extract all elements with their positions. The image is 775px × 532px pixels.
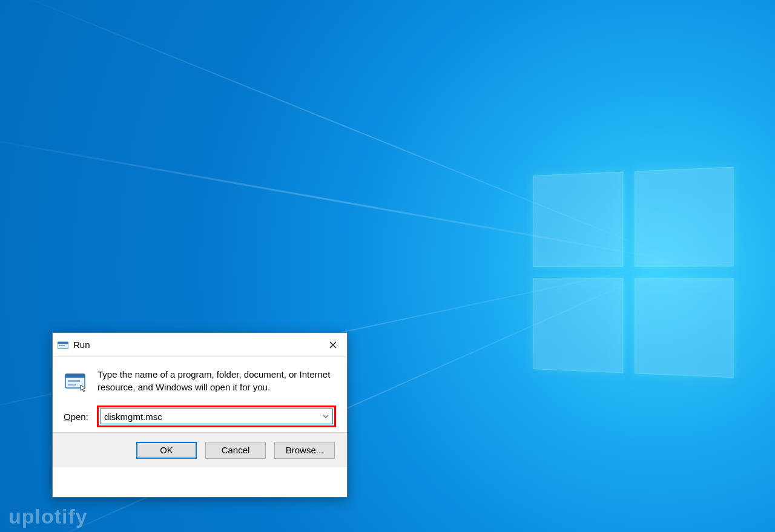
watermark-text: uplotify xyxy=(8,505,88,528)
close-button[interactable] xyxy=(319,333,347,357)
windows-logo-pane xyxy=(635,167,734,267)
windows-logo-pane xyxy=(635,278,734,378)
input-highlight-box xyxy=(97,406,336,427)
cancel-button[interactable]: Cancel xyxy=(205,442,266,459)
svg-rect-6 xyxy=(68,384,76,386)
svg-rect-5 xyxy=(68,380,80,382)
open-label: Open: xyxy=(64,412,88,422)
run-program-icon xyxy=(64,369,88,393)
titlebar[interactable]: Run xyxy=(53,333,347,357)
dialog-button-bar: OK Cancel Browse... xyxy=(53,432,347,467)
svg-rect-4 xyxy=(65,374,85,378)
run-app-icon xyxy=(58,341,68,349)
ok-button[interactable]: OK xyxy=(136,442,197,459)
windows-logo-pane xyxy=(533,278,623,373)
windows-logo-pane xyxy=(533,172,623,267)
run-dialog: Run Type the name of a program, folder, … xyxy=(52,332,348,498)
dialog-title: Run xyxy=(73,340,90,350)
browse-button[interactable]: Browse... xyxy=(274,442,335,459)
dialog-description: Type the name of a program, folder, docu… xyxy=(97,368,336,393)
svg-rect-1 xyxy=(58,342,68,344)
open-input[interactable] xyxy=(101,410,319,423)
chevron-down-icon[interactable] xyxy=(319,415,332,418)
windows-logo xyxy=(533,167,734,378)
windows-desktop: uplotify Run xyxy=(0,0,775,532)
open-combobox[interactable] xyxy=(100,409,333,424)
dialog-body: Type the name of a program, folder, docu… xyxy=(53,357,347,432)
svg-rect-2 xyxy=(59,345,65,346)
